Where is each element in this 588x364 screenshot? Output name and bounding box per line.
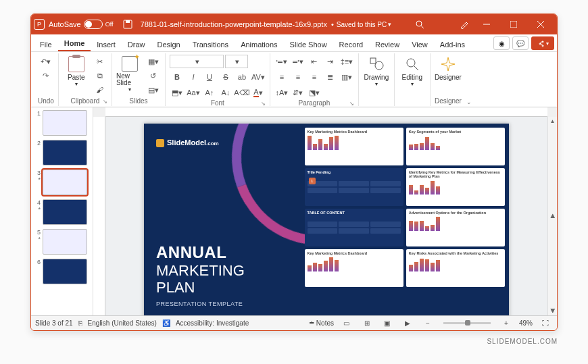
language-status[interactable]: English (United States) [88, 319, 157, 327]
thumbnail-3[interactable]: 3* [32, 170, 91, 195]
thumbnail-2[interactable]: 2 [32, 140, 91, 165]
font-color-button[interactable]: A▾ [251, 86, 266, 99]
layout-button[interactable]: ▦▾ [146, 55, 161, 68]
normal-view-button[interactable]: ▭ [339, 318, 354, 329]
comments-button[interactable]: 💬 [512, 36, 529, 50]
text-direction-button[interactable]: ↕A▾ [274, 86, 289, 99]
smartart-button[interactable]: ⬔▾ [307, 86, 322, 99]
accessibility-status[interactable]: Accessibility: Investigate [176, 319, 249, 327]
minimize-button[interactable] [473, 14, 500, 34]
shrink-font-button[interactable]: A↓ [218, 86, 233, 99]
status-bar: Slide 3 of 21 ⎘ English (United States) … [31, 315, 557, 330]
section-button[interactable]: ▤▾ [146, 83, 161, 97]
svg-rect-5 [510, 21, 517, 28]
align-left-button[interactable]: ≡ [274, 70, 289, 84]
italic-button[interactable]: I [186, 70, 201, 84]
spellcheck-icon[interactable]: ⎘ [78, 319, 82, 327]
autosave-state: Off [105, 21, 114, 28]
slide-counter[interactable]: Slide 3 of 21 [35, 319, 73, 327]
undo-button[interactable]: ↶▾ [38, 55, 53, 68]
fit-window-button[interactable]: ⛶ [538, 318, 553, 329]
zoom-level[interactable]: 49% [519, 319, 533, 327]
clear-format-button[interactable]: A⌫ [235, 86, 249, 99]
new-slide-button[interactable]: New Slide ▾ [116, 55, 143, 93]
tab-design[interactable]: Design [151, 38, 186, 51]
camera-button[interactable]: ◉ [493, 36, 510, 50]
zoom-in-button[interactable]: + [499, 318, 514, 329]
tab-transitions[interactable]: Transitions [187, 38, 235, 51]
paragraph-launcher[interactable]: ↘ [349, 101, 354, 107]
align-right-button[interactable]: ≡ [307, 70, 322, 84]
thumbnail-5[interactable]: 5* [32, 229, 91, 255]
next-slide-icon[interactable]: ⯆ [550, 308, 556, 314]
ribbon-collapse-button[interactable]: ⌄ [466, 53, 472, 107]
format-painter-button[interactable]: 🖌 [93, 83, 107, 97]
prev-slide-icon[interactable]: ⯅ [550, 213, 556, 219]
tab-insert[interactable]: Insert [91, 38, 122, 51]
grow-font-button[interactable]: A↑ [202, 86, 217, 99]
font-size-combo[interactable]: ▾ [225, 55, 248, 68]
font-family-combo[interactable]: ▾ [170, 55, 224, 68]
tab-view[interactable]: View [406, 38, 434, 51]
align-text-button[interactable]: ⇵▾ [291, 86, 305, 99]
slide-thumbnails[interactable]: 123*4*5*6 [31, 107, 93, 315]
change-case-button[interactable]: Aa▾ [186, 86, 201, 99]
numbering-button[interactable]: ≕▾ [291, 55, 305, 68]
cut-button[interactable]: ✂ [93, 55, 107, 68]
indent-dec-button[interactable]: ⇤ [307, 55, 322, 68]
vertical-scrollbar[interactable]: ▲ ⯅ ⯆ [547, 117, 557, 315]
maximize-button[interactable] [500, 14, 527, 34]
spacing-button[interactable]: AV▾ [251, 70, 266, 84]
line-spacing-button[interactable]: ‡≡▾ [339, 55, 354, 68]
indent-inc-button[interactable]: ⇥ [323, 55, 338, 68]
ruler-horizontal [105, 107, 547, 117]
tab-add-ins[interactable]: Add-ins [434, 38, 471, 51]
copy-button[interactable]: ⧉ [93, 69, 107, 82]
shadow-button[interactable]: ab [235, 70, 249, 84]
underline-button[interactable]: U [202, 70, 217, 84]
drawing-button[interactable]: Drawing ▾ [363, 55, 390, 93]
strike-button[interactable]: S [218, 70, 233, 84]
tab-slide-show[interactable]: Slide Show [284, 38, 333, 51]
clipboard-launcher[interactable]: ↘ [103, 99, 107, 105]
align-center-button[interactable]: ≡ [291, 70, 305, 84]
scroll-up-icon[interactable]: ▲ [550, 118, 556, 124]
thumbnail-4[interactable]: 4* [32, 199, 91, 225]
tab-file[interactable]: File [34, 38, 58, 51]
paste-button[interactable]: Paste ▾ [63, 55, 90, 93]
columns-button[interactable]: ▥▾ [339, 70, 354, 84]
reset-button[interactable]: ↺ [146, 69, 161, 82]
thumbnail-6[interactable]: 6 [32, 259, 91, 284]
font-launcher[interactable]: ↘ [261, 101, 266, 107]
tab-review[interactable]: Review [369, 38, 406, 51]
tab-home[interactable]: Home [58, 36, 91, 51]
share-button[interactable]: ▾ [531, 36, 554, 50]
slideshow-view-button[interactable]: ▶ [400, 318, 415, 329]
zoom-slider[interactable] [443, 322, 491, 324]
current-slide[interactable]: SlideModel.com ANNUAL MARKETING PLAN PRE… [144, 124, 509, 315]
tab-animations[interactable]: Animations [235, 38, 283, 51]
close-button[interactable] [527, 14, 554, 34]
justify-button[interactable]: ≣ [323, 70, 338, 84]
draw-mode-button[interactable] [456, 16, 472, 32]
designer-button[interactable]: Designer [435, 55, 462, 93]
bullets-button[interactable]: ≔▾ [274, 55, 289, 68]
save-button[interactable] [120, 16, 136, 32]
group-undo: ↶▾ ↷ Undo [34, 53, 59, 106]
reading-view-button[interactable]: ▣ [380, 318, 395, 329]
chevron-down-icon[interactable]: ▾ [388, 21, 391, 28]
search-button[interactable] [412, 16, 428, 32]
thumbnail-1[interactable]: 1 [32, 110, 91, 136]
tab-draw[interactable]: Draw [122, 38, 151, 51]
editing-button[interactable]: Editing ▾ [399, 55, 426, 93]
zoom-out-button[interactable]: − [420, 318, 435, 329]
tab-record[interactable]: Record [333, 38, 369, 51]
autosave-toggle[interactable]: AutoSave Off [49, 20, 114, 29]
sorter-view-button[interactable]: ⊞ [360, 318, 374, 329]
toggle-switch-icon [84, 20, 103, 29]
slide-canvas[interactable]: SlideModel.com ANNUAL MARKETING PLAN PRE… [105, 117, 547, 315]
redo-button[interactable]: ↷ [38, 69, 53, 82]
highlight-button[interactable]: ⬒▾ [170, 86, 185, 99]
bold-button[interactable]: B [170, 70, 185, 84]
notes-button[interactable]: ≐ Notes [309, 319, 334, 327]
